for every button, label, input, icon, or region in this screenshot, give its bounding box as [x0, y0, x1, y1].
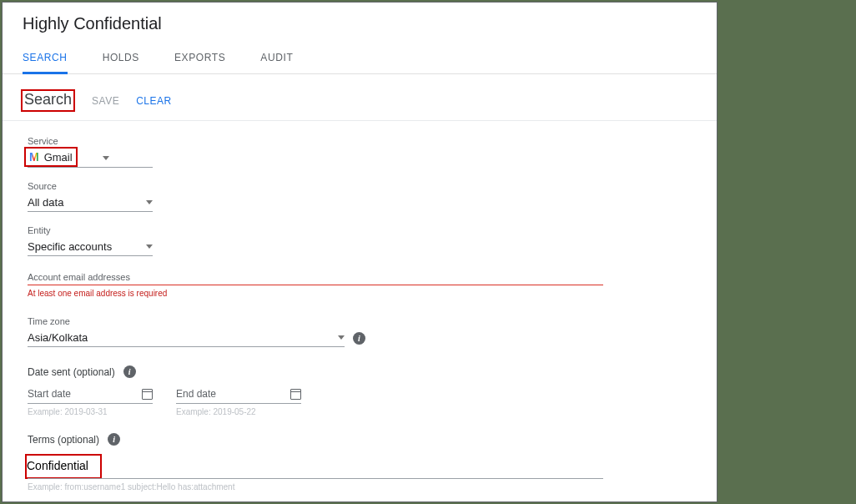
entity-field: Entity Specific accounts — [28, 225, 692, 256]
timezone-select[interactable]: Asia/Kolkata — [28, 329, 345, 347]
service-field: Service M Gmail — [28, 136, 692, 168]
chevron-down-icon — [338, 335, 345, 340]
email-field: Account email addresses At least one ema… — [28, 270, 692, 298]
email-error: At least one email address is required — [28, 289, 692, 298]
tab-exports[interactable]: EXPORTS — [174, 52, 225, 73]
start-date-label: Start date — [28, 388, 71, 400]
service-select[interactable]: M Gmail — [28, 149, 153, 168]
entity-value: Specific accounts — [28, 240, 112, 253]
end-date-label: End date — [176, 388, 216, 400]
chevron-down-icon — [146, 200, 153, 204]
source-value: All data — [28, 196, 63, 209]
service-value: Gmail — [44, 151, 73, 164]
tab-holds[interactable]: HOLDS — [103, 52, 139, 73]
source-label: Source — [28, 181, 692, 191]
terms-hint: Example: from:username1 subject:Hello ha… — [28, 482, 692, 491]
end-date-hint: Example: 2019-05-22 — [176, 407, 301, 416]
terms-field: Terms (optional) i Example: from:usernam… — [28, 433, 692, 491]
source-select[interactable]: All data — [28, 194, 153, 212]
entity-label: Entity — [28, 225, 692, 235]
terms-input[interactable] — [27, 456, 98, 476]
calendar-icon — [142, 389, 153, 400]
search-heading: Search — [21, 89, 75, 112]
calendar-icon — [290, 389, 301, 400]
start-date-input[interactable]: Start date — [28, 385, 153, 404]
clear-button[interactable]: CLEAR — [136, 95, 172, 107]
page-title: Highly Confidential — [23, 14, 697, 33]
timezone-value: Asia/Kolkata — [28, 331, 88, 344]
info-icon[interactable]: i — [123, 365, 136, 378]
email-input[interactable]: Account email addresses — [28, 270, 603, 285]
chevron-down-icon — [146, 244, 153, 249]
end-date-wrapper: End date Example: 2019-05-22 — [176, 385, 301, 416]
search-form: Service M Gmail Source All data Entity S… — [3, 121, 717, 491]
save-button[interactable]: SAVE — [92, 95, 119, 107]
info-icon[interactable]: i — [353, 332, 365, 345]
main-tabs: SEARCH HOLDS EXPORTS AUDIT — [3, 42, 717, 74]
timezone-label: Time zone — [28, 316, 692, 326]
end-date-input[interactable]: End date — [176, 385, 301, 404]
tab-audit[interactable]: AUDIT — [260, 52, 293, 73]
source-field: Source All data — [28, 181, 692, 212]
info-icon[interactable]: i — [108, 433, 120, 446]
service-label: Service — [28, 136, 692, 146]
date-sent-field: Date sent (optional) i Start date Exampl… — [28, 365, 692, 416]
chevron-down-icon — [103, 156, 109, 160]
start-date-wrapper: Start date Example: 2019-03-31 — [28, 385, 153, 416]
terms-label: Terms (optional) — [28, 434, 99, 446]
gmail-icon: M — [29, 150, 39, 164]
header: Highly Confidential — [3, 3, 717, 42]
terms-highlight — [25, 454, 102, 479]
timezone-field: Time zone Asia/Kolkata i — [28, 316, 692, 347]
subheader: Search SAVE CLEAR — [3, 81, 717, 121]
start-date-hint: Example: 2019-03-31 — [28, 407, 153, 416]
tab-search[interactable]: SEARCH — [23, 52, 68, 74]
app-window: Highly Confidential SEARCH HOLDS EXPORTS… — [2, 2, 718, 502]
entity-select[interactable]: Specific accounts — [28, 238, 153, 256]
date-sent-label: Date sent (optional) — [28, 366, 115, 378]
